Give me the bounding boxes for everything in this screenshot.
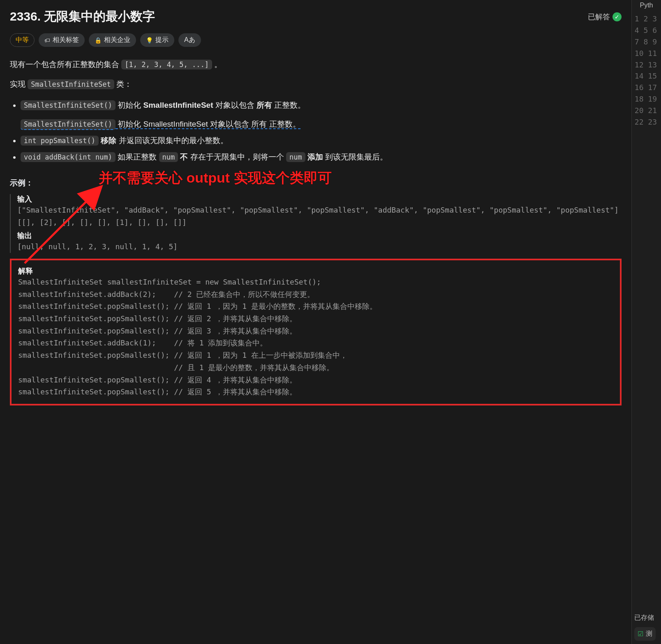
- class-name-code: SmallestInfiniteSet: [28, 79, 114, 89]
- problem-description-panel: 2336. 无限集中的最小数字 已解答 ✓ 中等 🏷 相关标签 🔒 相关企业 💡…: [0, 0, 631, 644]
- input-text: ["SmallestInfiniteSet", "addBack", "popS…: [17, 204, 622, 228]
- testcase-button[interactable]: ☑ 测: [634, 627, 656, 641]
- lightbulb-icon: 💡: [146, 37, 153, 44]
- related-companies-button[interactable]: 🔒 相关企业: [89, 33, 136, 47]
- example-heading: 示例：: [10, 178, 622, 188]
- tag-icon: 🏷: [44, 37, 50, 44]
- example-io-block: 输入 ["SmallestInfiniteSet", "addBack", "p…: [10, 194, 622, 253]
- explain-text: SmallestInfiniteSet smallestInfiniteSet …: [18, 276, 613, 398]
- method-item-addback: void addBack(int num) 如果正整数 num 不 存在于无限集…: [21, 149, 622, 165]
- title-row: 2336. 无限集中的最小数字 已解答 ✓: [10, 8, 622, 25]
- solved-status: 已解答 ✓: [588, 12, 622, 22]
- set-literal-code: [1, 2, 3, 4, 5, ...]: [121, 60, 212, 69]
- description-line-2: 实现 SmallestInfiniteSet 类：: [10, 77, 622, 91]
- explanation-box: 解释 SmallestInfiniteSet smallestInfiniteS…: [10, 259, 622, 405]
- constructor-code-dashed: SmallestInfiniteSet(): [21, 119, 116, 130]
- hint-button[interactable]: 💡 提示: [140, 33, 174, 47]
- difficulty-badge: 中等: [10, 33, 35, 47]
- tags-row: 中等 🏷 相关标签 🔒 相关企业 💡 提示 Aあ: [10, 33, 622, 47]
- method-item-popsmallest: int popSmallest() 移除 并返回该无限集中的最小整数。: [21, 132, 622, 149]
- explain-label: 解释: [18, 266, 613, 276]
- output-label: 输出: [17, 231, 622, 241]
- code-editor-sliver: Pyth 1 2 3 4 5 6 7 8 9 10 11 12 13 14 15…: [631, 0, 661, 644]
- related-tags-button[interactable]: 🏷 相关标签: [39, 33, 85, 47]
- check-circle-icon: ✓: [612, 12, 622, 21]
- lock-icon: 🔒: [95, 37, 102, 44]
- saved-indicator: 已存储: [634, 614, 654, 622]
- line-number-gutter: 1 2 3 4 5 6 7 8 9 10 11 12 13 14 15 16 1…: [632, 11, 661, 128]
- language-selector[interactable]: Pyth: [632, 0, 661, 11]
- description-line-1: 现有一个包含所有正整数的集合 [1, 2, 3, 4, 5, ...] 。: [10, 58, 622, 72]
- methods-list: SmallestInfiniteSet() 初始化 SmallestInfini…: [21, 97, 622, 165]
- method-item-constructor: SmallestInfiniteSet() 初始化 SmallestInfini…: [21, 97, 622, 132]
- problem-title: 2336. 无限集中的最小数字: [10, 8, 155, 25]
- input-label: 输入: [17, 194, 622, 204]
- translate-button[interactable]: Aあ: [178, 33, 201, 47]
- solved-label: 已解答: [588, 12, 610, 22]
- output-text: [null, null, 1, 2, 3, null, 1, 4, 5]: [17, 241, 622, 253]
- check-icon: ☑: [638, 630, 643, 638]
